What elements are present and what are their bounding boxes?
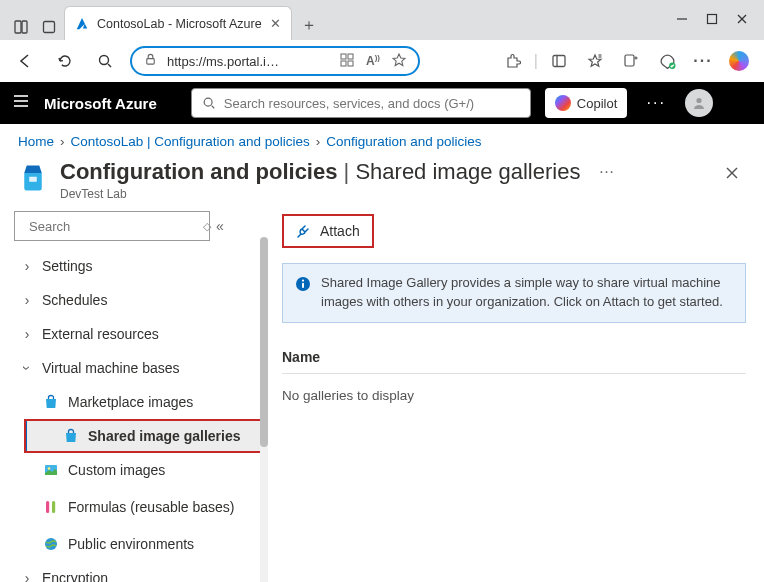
breadcrumb-link[interactable]: Configuration and policies: [326, 134, 481, 149]
global-search[interactable]: [191, 88, 531, 118]
sidebar-search[interactable]: ◇: [14, 211, 210, 241]
chevron-down-icon: ›: [20, 361, 34, 375]
browser-toolbar: https://ms.portal.i… A)) | ···: [0, 40, 764, 82]
sidebar-toggle-icon[interactable]: [544, 46, 574, 76]
close-blade-icon[interactable]: [718, 159, 746, 187]
tab-strip: ContosoLab - Microsoft Azure ✕ ＋: [0, 0, 764, 40]
sidebar-item-encryption[interactable]: ›Encryption: [14, 561, 268, 582]
collapse-sidebar-icon[interactable]: «: [216, 218, 224, 234]
favorites-bar-icon[interactable]: [580, 46, 610, 76]
svg-rect-28: [29, 177, 37, 182]
azure-header: Microsoft Azure Copilot ···: [0, 82, 764, 124]
svg-point-27: [697, 98, 702, 103]
attach-button[interactable]: Attach: [282, 214, 374, 248]
avatar[interactable]: [685, 89, 713, 117]
collections-icon[interactable]: [36, 14, 62, 40]
global-search-input[interactable]: [224, 96, 520, 111]
lock-icon: [144, 53, 157, 69]
tab-title: ContosoLab - Microsoft Azure: [97, 17, 262, 31]
header-more-icon[interactable]: ···: [641, 88, 671, 118]
svg-point-7: [100, 56, 109, 65]
sidebar-item-vm-bases[interactable]: ›Virtual machine bases: [14, 351, 268, 385]
svg-rect-4: [708, 15, 717, 24]
sidebar-item-marketplace-images[interactable]: Marketplace images: [38, 385, 268, 419]
sidebar-item-shared-image-galleries[interactable]: Shared image galleries: [24, 419, 268, 453]
text-size-icon[interactable]: A)): [366, 53, 380, 70]
info-text: Shared Image Gallery provides a simple w…: [321, 274, 733, 312]
sidebar-item-external-resources[interactable]: ›External resources: [14, 317, 268, 351]
copilot-button[interactable]: Copilot: [545, 88, 627, 118]
back-button[interactable]: [10, 46, 40, 76]
svg-rect-13: [348, 61, 353, 66]
svg-rect-14: [553, 56, 565, 67]
svg-point-39: [302, 280, 304, 282]
minimize-icon[interactable]: [676, 11, 688, 29]
url-text: https://ms.portal.i…: [167, 54, 279, 69]
menu-icon[interactable]: [12, 92, 30, 114]
collections-add-icon[interactable]: [616, 46, 646, 76]
maximize-icon[interactable]: [706, 11, 718, 29]
search-button[interactable]: [90, 46, 120, 76]
close-tab-icon[interactable]: ✕: [270, 16, 281, 31]
sidebar-menu: ›Settings ›Schedules ›External resources…: [14, 249, 268, 582]
info-icon: [295, 276, 311, 292]
bag-icon: [62, 427, 80, 445]
svg-point-25: [204, 98, 212, 106]
svg-rect-0: [15, 21, 21, 33]
column-header-name[interactable]: Name: [282, 349, 746, 374]
svg-point-34: [48, 467, 51, 470]
svg-rect-36: [52, 501, 55, 513]
chevron-right-icon: ›: [20, 327, 34, 341]
sidebar-item-schedules[interactable]: ›Schedules: [14, 283, 268, 317]
sidebar-item-public-environments[interactable]: Public environments: [38, 527, 268, 561]
workspaces-icon[interactable]: [8, 14, 34, 40]
favorite-icon[interactable]: [392, 53, 406, 70]
svg-rect-35: [46, 501, 49, 513]
devtest-lab-icon: [18, 163, 48, 193]
resource-type-label: DevTest Lab: [60, 187, 580, 201]
close-window-icon[interactable]: [736, 11, 748, 29]
sidebar-item-custom-images[interactable]: Custom images: [38, 453, 268, 487]
breadcrumb: Home › ContosoLab | Configuration and po…: [0, 124, 764, 153]
svg-rect-18: [625, 55, 634, 66]
svg-point-37: [45, 538, 57, 550]
svg-rect-2: [44, 22, 55, 33]
chevron-right-icon: ›: [60, 134, 65, 149]
address-bar[interactable]: https://ms.portal.i… A)): [130, 46, 420, 76]
extensions-icon[interactable]: [498, 46, 528, 76]
copilot-browser-icon[interactable]: [724, 46, 754, 76]
brand-label[interactable]: Microsoft Azure: [44, 95, 157, 112]
info-banner: Shared Image Gallery provides a simple w…: [282, 263, 746, 323]
svg-rect-40: [302, 283, 304, 288]
sidebar: ◇ « ›Settings ›Schedules ›External resou…: [0, 211, 268, 582]
chevron-right-icon: ›: [20, 293, 34, 307]
blade-more-icon[interactable]: …: [592, 159, 620, 177]
chevron-right-icon: ›: [20, 259, 34, 273]
copilot-icon: [555, 95, 571, 111]
main-content: Attach Shared Image Gallery provides a s…: [268, 211, 764, 582]
performance-icon[interactable]: [652, 46, 682, 76]
page-title: Configuration and policies | Shared imag…: [60, 159, 580, 185]
svg-line-8: [108, 64, 111, 67]
refresh-button[interactable]: [50, 46, 80, 76]
photo-icon: [42, 461, 60, 479]
new-tab-button[interactable]: ＋: [294, 10, 324, 40]
browser-chrome: ContosoLab - Microsoft Azure ✕ ＋ https:/…: [0, 0, 764, 82]
command-bar: Attach: [282, 211, 746, 251]
globe-icon: [42, 535, 60, 553]
blade-header: Configuration and policies | Shared imag…: [0, 153, 764, 211]
scrollbar[interactable]: [260, 241, 268, 582]
svg-rect-1: [22, 21, 27, 33]
breadcrumb-link[interactable]: Home: [18, 134, 54, 149]
more-icon[interactable]: ···: [688, 46, 718, 76]
browser-tab[interactable]: ContosoLab - Microsoft Azure ✕: [64, 6, 292, 40]
sidebar-search-input[interactable]: [29, 219, 197, 234]
breadcrumb-link[interactable]: ContosoLab | Configuration and policies: [71, 134, 310, 149]
sidebar-item-formulas[interactable]: Formulas (reusable bases): [38, 487, 268, 527]
search-icon: [202, 96, 216, 110]
apps-icon[interactable]: [340, 53, 354, 70]
sidebar-item-settings[interactable]: ›Settings: [14, 249, 268, 283]
svg-rect-10: [341, 54, 346, 59]
sort-icon[interactable]: ◇: [203, 220, 211, 233]
empty-state-text: No galleries to display: [282, 388, 746, 403]
